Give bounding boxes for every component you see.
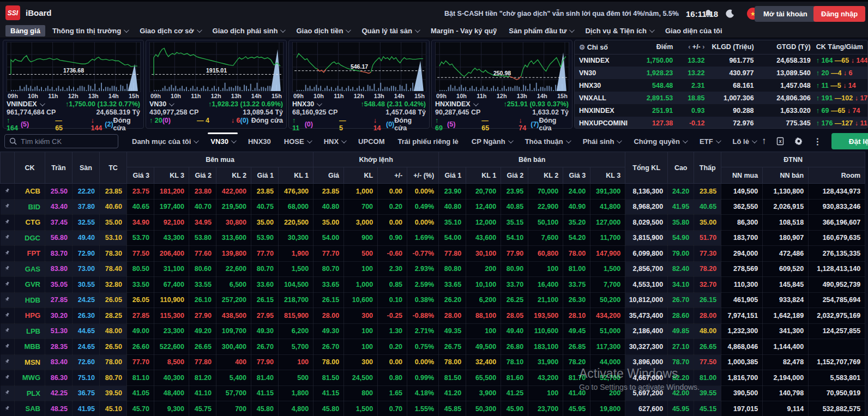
cell-sk2[interactable]: 22,900 [528, 199, 563, 215]
pin-icon[interactable] [1, 339, 15, 355]
cell-md[interactable]: 0.10 [378, 292, 407, 308]
cell-tot[interactable]: 627,600 [625, 401, 668, 416]
cell-thap[interactable]: 39.55 [694, 385, 721, 401]
ticker-symbol[interactable]: MWG [15, 370, 45, 386]
tab-ph-i-sinh[interactable]: Phái sinh [577, 132, 627, 150]
cell-thap[interactable]: 81.00 [694, 370, 721, 386]
cell-k1[interactable]: 30,300 [279, 230, 314, 246]
cell-g3[interactable]: 53.70 [127, 230, 154, 246]
cell-san[interactable]: 26.30 [73, 308, 100, 324]
col-k3[interactable]: KL 3 [154, 167, 189, 184]
cell-san[interactable]: 36.75 [73, 385, 100, 401]
cell-k3[interactable]: 8,500 [154, 354, 189, 370]
cell-sg1[interactable]: 23.90 [439, 184, 466, 200]
cell-tran[interactable]: 25.50 [45, 184, 73, 200]
pin-icon[interactable] [1, 199, 15, 215]
cell-mg[interactable]: 54.00 [314, 230, 344, 246]
cell-sk3[interactable]: 41,800 [590, 199, 625, 215]
cell-g3[interactable]: 45.70 [127, 401, 154, 416]
pin-icon[interactable] [1, 323, 15, 339]
cell-mk[interactable]: 900 [344, 230, 378, 246]
cell-sk3[interactable]: 200 [590, 385, 625, 401]
ticker-symbol[interactable]: HDB [15, 292, 45, 308]
index-row-vnindex[interactable]: VNINDEX 1,750.00 13.32 961.775 24,658.31… [575, 54, 867, 67]
cell-sg2[interactable]: 77.90 [501, 246, 528, 262]
cell-sk2[interactable]: 50,100 [528, 215, 563, 231]
cell-g3[interactable]: 81.10 [127, 370, 154, 386]
tab-th-a-thu-n[interactable]: Thỏa thuận [519, 132, 576, 150]
cell-md[interactable]: 0.90 [378, 230, 407, 246]
cell-tot[interactable]: 8,029,500 [625, 215, 668, 231]
col-g1[interactable]: Giá 1 [251, 167, 279, 184]
pin-icon[interactable] [1, 261, 15, 277]
cell-room[interactable]: 2,032,975,169 [809, 308, 865, 324]
cell-g2[interactable]: 34.95 [189, 215, 216, 231]
cell-mp[interactable]: 2.71% [407, 323, 439, 339]
cell-cao[interactable]: 82.40 [668, 261, 694, 277]
cell-sk3[interactable]: 50,200 [590, 292, 625, 308]
cell-mk[interactable]: 24,500 [344, 370, 378, 386]
cell-g2[interactable]: 26.65 [189, 339, 216, 355]
cell-san[interactable]: 22.20 [73, 184, 100, 200]
cell-k2[interactable]: 400 [216, 354, 251, 370]
cell-md[interactable]: 0.00 [378, 354, 407, 370]
cell-tc[interactable]: 78.30 [100, 246, 127, 262]
cell-g1[interactable]: 77.70 [251, 246, 279, 262]
cell-sk2[interactable]: 31,900 [528, 354, 563, 370]
cell-nnm[interactable]: 4,868,046 [721, 339, 763, 355]
tab-hnx30[interactable]: HNX30 [242, 132, 277, 150]
cell-sk2[interactable]: 100 [528, 385, 563, 401]
tab-tr-i-phi-u-ri-ng-l[interactable]: Trái phiếu riêng lẻ [392, 132, 465, 150]
cell-tran[interactable]: 83.70 [45, 246, 73, 262]
pin-icon[interactable] [1, 308, 15, 324]
cell-k3[interactable]: 9,300 [154, 401, 189, 416]
col-klgd[interactable]: KLGD (Triệu) [708, 40, 757, 54]
cell-sg2[interactable]: 41.25 [501, 385, 528, 401]
menu-item-qu-n-l-t-i-s-n[interactable]: Quản lý tài sản [357, 25, 423, 37]
cell-k3[interactable]: 67,400 [154, 277, 189, 293]
cell-sk1[interactable]: 65,500 [466, 370, 501, 386]
cell-g2[interactable]: 77.60 [189, 246, 216, 262]
menu-item-giao-di-n-c-a-t-i[interactable]: Giao diện của tôi [660, 25, 727, 37]
cell-sk3[interactable]: 11,700 [590, 230, 625, 246]
ticker-symbol[interactable]: SAB [15, 401, 45, 416]
cell-room[interactable]: 124,257,855 [809, 323, 865, 339]
ticker-symbol[interactable]: FPT [15, 246, 45, 262]
col-sg2[interactable]: Giá 2 [501, 167, 528, 184]
cell-tc[interactable]: 48.00 [100, 323, 127, 339]
cell-g3[interactable]: 33.50 [127, 277, 154, 293]
cell-mg[interactable]: 41.15 [314, 385, 344, 401]
cell-g2[interactable]: 77.80 [189, 354, 216, 370]
cell-k1[interactable]: 1,500 [279, 261, 314, 277]
cell-g3[interactable]: 27.85 [127, 308, 154, 324]
cell-cao[interactable]: 82.20 [668, 370, 694, 386]
cell-thap[interactable]: 26.65 [694, 339, 721, 355]
pin-icon[interactable] [1, 354, 15, 370]
cell-sg3[interactable]: 24.00 [563, 184, 590, 200]
cell-k2[interactable]: 109,700 [216, 323, 251, 339]
cell-tran[interactable]: 86.30 [45, 370, 73, 386]
cell-k1[interactable]: 815,900 [279, 308, 314, 324]
cell-g1[interactable]: 26.15 [251, 292, 279, 308]
cell-k1[interactable]: 5,700 [279, 339, 314, 355]
cell-thap[interactable]: 78.20 [694, 261, 721, 277]
tab-danh-m-c-c-a-t-i[interactable]: Danh mục của tôi [126, 132, 203, 150]
col-tran[interactable]: Trần [45, 152, 73, 184]
cell-tran[interactable]: 48.25 [45, 401, 73, 416]
pin-icon[interactable] [1, 277, 15, 293]
cell-tran[interactable]: 43.40 [45, 199, 73, 215]
cell-sg1[interactable]: 54.00 [439, 230, 466, 246]
col-k1[interactable]: KL 1 [279, 167, 314, 184]
cell-tot[interactable]: 4,553,100 [625, 277, 668, 293]
cell-sk1[interactable]: 200 [466, 261, 501, 277]
cell-mp[interactable]: 4.18% [407, 385, 439, 401]
cell-thap[interactable]: 48.00 [694, 323, 721, 339]
cell-nnm[interactable]: 390,500 [721, 385, 763, 401]
cell-sg1[interactable]: 45.85 [439, 401, 466, 416]
cell-thap[interactable]: 45.15 [694, 401, 721, 416]
cell-k1[interactable]: 1,900 [279, 246, 314, 262]
col-mk[interactable]: KL [344, 167, 378, 184]
cell-sg1[interactable]: 40.80 [439, 199, 466, 215]
cell-mk[interactable]: 100 [344, 323, 378, 339]
menu-item-th-ng-tin-th-tr-ng[interactable]: Thông tin thị trường [47, 25, 132, 37]
